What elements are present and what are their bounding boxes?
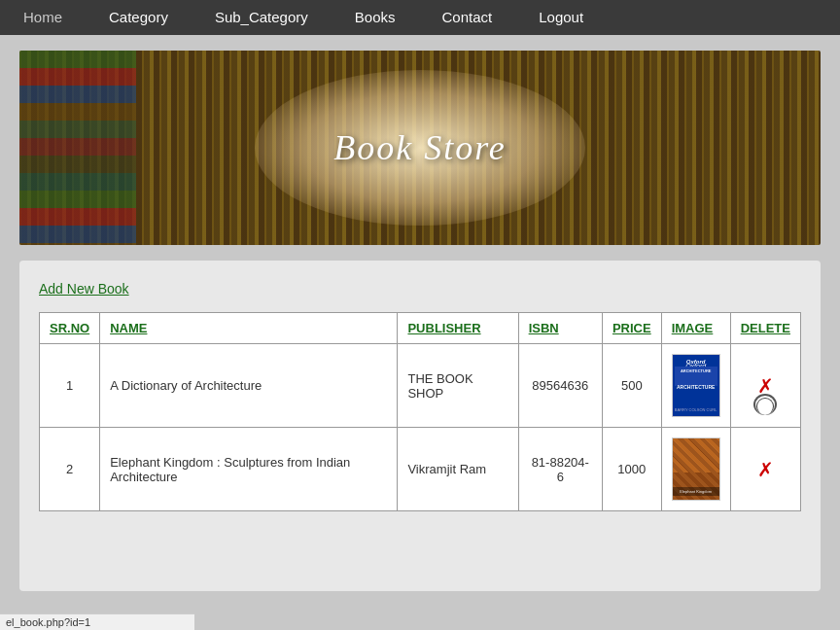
table-row: 1A Dictionary of ArchitectureTHE BOOK SH… [40, 344, 801, 428]
delete-button[interactable]: ✗ [741, 458, 790, 481]
cursor-icon [756, 398, 774, 415]
cell-image: Oxford ARCHITECTURE BARRY COLSON CURL [661, 344, 730, 428]
book-cover-image: Oxford ARCHITECTURE BARRY COLSON CURL [672, 354, 720, 417]
nav-category[interactable]: Category [86, 0, 192, 35]
add-new-book-link[interactable]: Add New Book [39, 281, 129, 297]
cell-price: 1000 [602, 428, 661, 511]
col-isbn: ISBN [518, 313, 602, 344]
nav-subcategory[interactable]: Sub_Category [192, 0, 332, 35]
col-name: NAME [100, 313, 398, 344]
cell-delete: ✗ [730, 428, 800, 511]
navigation: Home Category Sub_Category Books Contact… [0, 0, 840, 35]
book-cover-image: Elephant Kingdom [672, 438, 720, 501]
cell-isbn: 89564636 [518, 344, 602, 428]
hero-title: Book Store [333, 127, 507, 168]
col-srno: SR.NO [40, 313, 100, 344]
cell-publisher: THE BOOK SHOP [398, 344, 518, 428]
table-header: SR.NO NAME PUBLISHER ISBN PRICE IMAGE DE… [40, 313, 801, 344]
delete-button[interactable]: ✗ [741, 374, 790, 398]
col-publisher: PUBLISHER [398, 313, 518, 344]
cell-name: A Dictionary of Architecture [100, 344, 398, 428]
cell-srno: 2 [40, 428, 100, 511]
nav-home[interactable]: Home [0, 0, 86, 35]
nav-books[interactable]: Books [332, 0, 419, 35]
cell-publisher: Vikramjit Ram [398, 428, 518, 511]
nav-logout[interactable]: Logout [515, 0, 607, 35]
table-row: 2Elephant Kingdom : Sculptures from Indi… [40, 428, 801, 511]
cell-isbn: 81-88204-6 [518, 428, 602, 511]
cell-delete: ✗ [730, 344, 800, 428]
table-body: 1A Dictionary of ArchitectureTHE BOOK SH… [40, 344, 801, 511]
books-table: SR.NO NAME PUBLISHER ISBN PRICE IMAGE DE… [39, 312, 801, 511]
col-image: IMAGE [661, 313, 730, 344]
nav-contact[interactable]: Contact [419, 0, 516, 35]
content-area: Add New Book SR.NO NAME PUBLISHER ISBN P… [19, 261, 821, 591]
cell-price: 500 [602, 344, 661, 428]
col-price: PRICE [602, 313, 661, 344]
cell-srno: 1 [40, 344, 100, 428]
cell-image: Elephant Kingdom [661, 428, 730, 511]
cell-name: Elephant Kingdom : Sculptures from India… [100, 428, 398, 511]
col-delete: DELETE [730, 313, 800, 344]
hero-banner: Book Store [19, 51, 821, 245]
